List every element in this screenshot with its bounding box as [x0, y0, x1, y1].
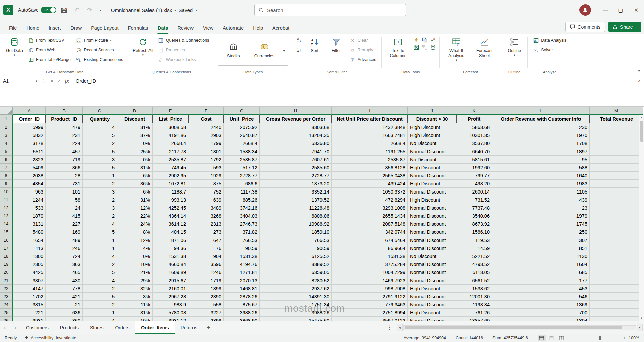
cell[interactable]: 0%: [117, 252, 153, 260]
cell[interactable]: 1531.38: [332, 252, 408, 260]
cell[interactable]: 2967.28: [153, 293, 188, 301]
cell[interactable]: [590, 236, 643, 244]
cell[interactable]: 5409: [13, 164, 46, 172]
cell[interactable]: 766.53: [260, 236, 332, 244]
cell[interactable]: 10%: [117, 317, 153, 321]
cancel-entry-icon[interactable]: ✕: [50, 78, 54, 84]
collapse-ribbon-chevron-icon[interactable]: ▾: [638, 69, 640, 73]
cell[interactable]: Normal Discount: [408, 301, 456, 309]
cell[interactable]: 1640: [492, 172, 590, 180]
workbook-links-button[interactable]: Workbook Links: [156, 55, 211, 64]
cell[interactable]: 8673.92: [456, 220, 492, 228]
cell[interactable]: 363: [46, 260, 83, 268]
cell[interactable]: 6%: [117, 172, 153, 180]
cell[interactable]: 1: [83, 236, 117, 244]
cell[interactable]: 119.53: [456, 236, 492, 244]
cell[interactable]: 761.26: [456, 309, 492, 317]
sheet-tab-orders[interactable]: Orders: [109, 321, 135, 334]
restore-button[interactable]: ▢: [613, 0, 629, 20]
cell[interactable]: 15475.60: [260, 317, 332, 321]
cell[interactable]: [590, 228, 643, 236]
cell[interactable]: 779.3463: [332, 301, 408, 309]
cell[interactable]: 851: [492, 244, 590, 252]
cell[interactable]: 1117.38: [224, 188, 260, 196]
cell[interactable]: 636: [46, 309, 83, 317]
cell[interactable]: 6808.06: [260, 212, 332, 220]
cell[interactable]: 7737.48: [456, 204, 492, 212]
cell[interactable]: 13857.60: [456, 317, 492, 321]
cell[interactable]: 778: [46, 285, 83, 293]
row-header-1[interactable]: 1: [0, 115, 13, 123]
cell[interactable]: 86.9664: [332, 244, 408, 252]
cell[interactable]: 4194.76: [224, 260, 260, 268]
cell[interactable]: [590, 147, 643, 156]
row-header-25[interactable]: 25: [0, 309, 13, 317]
menu-tab-home[interactable]: Home: [22, 22, 44, 34]
comments-button[interactable]: Comments: [565, 22, 605, 32]
cell[interactable]: 6561.52: [456, 276, 492, 285]
scroll-right-icon[interactable]: ▸: [637, 324, 643, 331]
cell[interactable]: 231: [46, 131, 83, 139]
cell[interactable]: 498.20: [456, 180, 492, 188]
filter-button[interactable]: Filter: [327, 35, 346, 55]
cell[interactable]: [590, 252, 643, 260]
name-box[interactable]: A1 ▾: [0, 75, 40, 86]
cell[interactable]: [590, 188, 643, 196]
cell[interactable]: Net Unit Price after Discount: [332, 115, 408, 123]
menu-tab-draw[interactable]: Draw: [66, 22, 86, 34]
zoom-slider[interactable]: [581, 338, 620, 338]
row-header-9[interactable]: 9: [0, 180, 13, 188]
cell[interactable]: 1719: [188, 276, 224, 285]
cell[interactable]: 875: [188, 180, 224, 188]
row-header-17[interactable]: 17: [0, 244, 13, 252]
redo-button[interactable]: ↷: [85, 5, 95, 15]
cell[interactable]: 1373.20: [260, 180, 332, 188]
cell[interactable]: 4%: [117, 244, 153, 252]
cell[interactable]: 993.13: [153, 196, 188, 204]
cell[interactable]: 1870: [13, 212, 46, 220]
cell[interactable]: 2087.5148: [332, 220, 408, 228]
cell[interactable]: Normal Discount: [408, 260, 456, 268]
relationships-icon[interactable]: [422, 45, 428, 50]
cell[interactable]: 3988.26: [260, 309, 332, 317]
cell[interactable]: 3614.12: [153, 220, 188, 228]
cell[interactable]: Quantity: [83, 115, 117, 123]
cell[interactable]: 465: [46, 268, 83, 276]
cell[interactable]: 2728.77: [260, 172, 332, 180]
horizontal-scroll-track[interactable]: [403, 325, 636, 330]
cell[interactable]: High Discount: [408, 180, 456, 188]
cell[interactable]: 517.12: [224, 164, 260, 172]
cell[interactable]: 2: [83, 285, 117, 293]
cell[interactable]: 2313: [188, 220, 224, 228]
cell[interactable]: 2440: [188, 123, 224, 131]
cell[interactable]: 404.15: [153, 228, 188, 236]
cell[interactable]: 875.67: [224, 301, 260, 309]
cell[interactable]: 307: [492, 236, 590, 244]
row-header-2[interactable]: 2: [0, 123, 13, 131]
cell[interactable]: 871.06: [153, 236, 188, 244]
cell[interactable]: 3293.1008: [332, 204, 408, 212]
cell[interactable]: 1244: [13, 196, 46, 204]
cell[interactable]: 4: [83, 123, 117, 131]
cell[interactable]: 36%: [117, 180, 153, 188]
column-header-C[interactable]: C: [83, 107, 117, 115]
sheet-tab-products[interactable]: Products: [54, 321, 84, 334]
cell[interactable]: 7607.61: [260, 156, 332, 164]
cell[interactable]: 3931.12: [153, 317, 188, 321]
cell[interactable]: 749.45: [153, 164, 188, 172]
cell[interactable]: 1979: [492, 212, 590, 220]
cell[interactable]: 2915.67: [153, 276, 188, 285]
cell[interactable]: 1469.7923: [332, 276, 408, 285]
row-header-5[interactable]: 5: [0, 147, 13, 156]
cell[interactable]: 4793.52: [456, 260, 492, 268]
scroll-up-icon[interactable]: ▴: [639, 115, 644, 120]
cell[interactable]: 5: [83, 293, 117, 301]
column-header-L[interactable]: L: [492, 107, 590, 115]
row-header-26[interactable]: 26: [0, 317, 13, 321]
cell[interactable]: 169: [46, 228, 83, 236]
cell[interactable]: 1: [83, 172, 117, 180]
cell[interactable]: 1970: [492, 131, 590, 139]
cell[interactable]: 6359.05: [260, 268, 332, 276]
cell[interactable]: [590, 164, 643, 172]
cell[interactable]: 5: [83, 268, 117, 276]
